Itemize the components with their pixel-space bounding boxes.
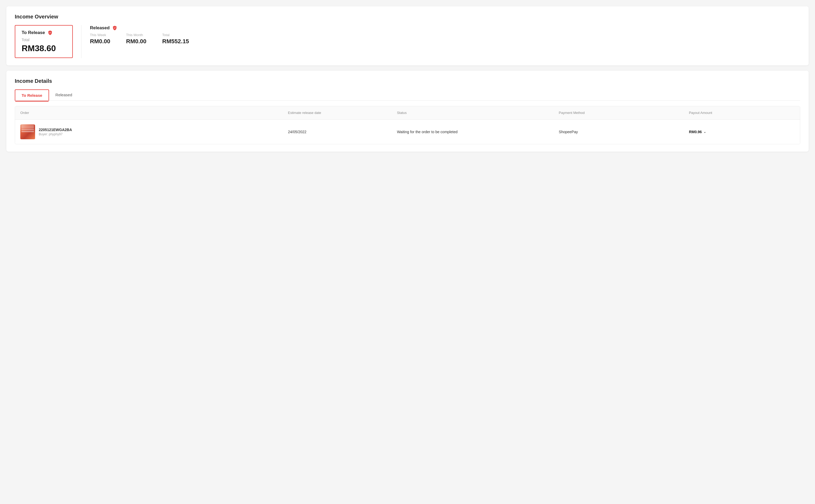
order-cell: 2205121EWGA2BA Buyer: phyphy97	[20, 124, 285, 139]
overview-row: To Release Total RM38.60 Released	[15, 25, 800, 58]
released-label: Released	[90, 25, 110, 31]
thumb-line-1	[21, 126, 34, 127]
order-info: 2205121EWGA2BA Buyer: phyphy97	[39, 128, 72, 136]
released-total-value: RM552.15	[162, 38, 189, 45]
shield-icon-to-release	[47, 30, 53, 36]
order-id: 2205121EWGA2BA	[39, 128, 72, 132]
col-header-payment-method: Payment Method	[559, 111, 686, 115]
thumb-line-4	[21, 131, 34, 132]
release-date-cell: 24/05/2022	[288, 130, 394, 134]
shield-icon-released	[112, 25, 118, 31]
to-release-label: To Release	[22, 30, 45, 35]
released-section: Released This Week RM0.00 This Month RM0…	[81, 25, 800, 58]
col-header-order: Order	[20, 111, 285, 115]
released-this-month-label: This Month	[126, 33, 146, 37]
col-header-payout-amount: Payout Amount	[689, 111, 795, 115]
income-details-title: Income Details	[15, 78, 800, 84]
table-header: Order Estimate release date Status Payme…	[15, 106, 800, 120]
col-header-release-date: Estimate release date	[288, 111, 394, 115]
to-release-header: To Release	[22, 30, 66, 36]
order-buyer: Buyer: phyphy97	[39, 132, 72, 136]
income-overview-title: Income Overview	[15, 14, 800, 20]
released-this-week: This Week RM0.00	[90, 33, 110, 45]
income-details-card: Income Details To Release Released Order…	[6, 71, 809, 152]
payment-method-cell: ShopeePay	[559, 130, 686, 134]
table-row: 2205121EWGA2BA Buyer: phyphy97 24/05/202…	[15, 120, 800, 144]
payout-amount-cell: RM0.96 ⌄	[689, 130, 795, 134]
to-release-value: RM38.60	[22, 44, 66, 53]
order-thumbnail	[20, 124, 35, 139]
income-details-table: Order Estimate release date Status Payme…	[15, 106, 800, 144]
released-total: Total RM552.15	[162, 33, 189, 45]
col-header-status: Status	[397, 111, 556, 115]
released-this-month-value: RM0.00	[126, 38, 146, 45]
tab-released[interactable]: Released	[49, 89, 78, 100]
thumb-line-3	[21, 129, 34, 130]
thumb-line-2	[21, 127, 34, 128]
released-this-week-label: This Week	[90, 33, 110, 37]
income-overview-card: Income Overview To Release Total RM38.60…	[6, 6, 809, 65]
released-this-week-value: RM0.00	[90, 38, 110, 45]
released-grid: This Week RM0.00 This Month RM0.00 Total…	[90, 33, 800, 45]
released-header: Released	[90, 25, 800, 31]
released-this-month: This Month RM0.00	[126, 33, 146, 45]
status-cell: Waiting for the order to be completed	[397, 130, 556, 134]
tab-to-release[interactable]: To Release	[15, 89, 49, 101]
chevron-down-icon[interactable]: ⌄	[703, 130, 706, 134]
to-release-sub-label: Total	[22, 38, 66, 42]
payout-value: RM0.96	[689, 130, 702, 134]
released-total-label: Total	[162, 33, 189, 37]
income-details-tabs: To Release Released	[15, 89, 800, 101]
to-release-box: To Release Total RM38.60	[15, 25, 73, 58]
